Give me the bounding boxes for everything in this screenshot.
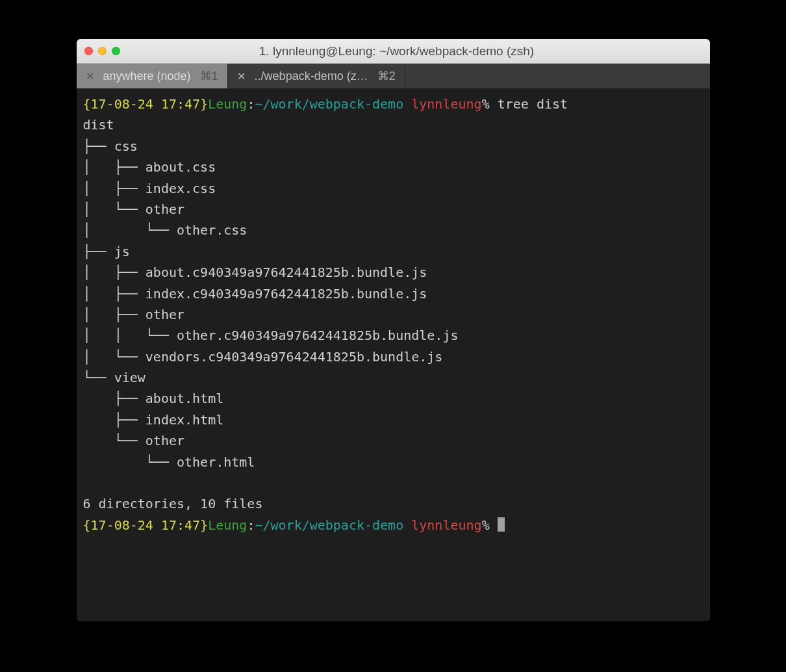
titlebar: 1. lynnleung@Leung: ~/work/webpack-demo … <box>77 39 710 64</box>
tree-line: dist <box>83 117 114 133</box>
tree-line: │ └── vendors.c940349a97642441825b.bundl… <box>83 349 443 365</box>
tab-anywhere[interactable]: ✕ anywhere (node) ⌘1 <box>77 64 228 88</box>
prompt-suffix: % <box>482 96 490 112</box>
terminal-window: 1. lynnleung@Leung: ~/work/webpack-demo … <box>77 39 710 621</box>
tree-line: ├── css <box>83 138 138 154</box>
tree-line: │ ├── index.c940349a97642441825b.bundle.… <box>83 286 427 302</box>
prompt-path: ~/work/webpack-demo <box>255 517 403 533</box>
tab-shortcut: ⌘2 <box>377 69 396 83</box>
tab-label: anywhere (node) <box>103 70 191 83</box>
prompt-timestamp: {17-08-24 17:47} <box>83 517 209 533</box>
prompt-host: Leung <box>208 96 247 112</box>
prompt-path: ~/work/webpack-demo <box>255 96 403 112</box>
close-icon[interactable]: ✕ <box>237 70 246 83</box>
tree-summary: 6 directories, 10 files <box>83 496 263 511</box>
tree-line: │ │ └── other.c940349a97642441825b.bundl… <box>83 328 459 343</box>
tab-label: ../webpack-demo (z… <box>255 70 368 83</box>
tree-line: ├── about.html <box>83 391 224 406</box>
cursor <box>498 517 505 532</box>
tabbar: ✕ anywhere (node) ⌘1 ✕ ../webpack-demo (… <box>77 64 710 88</box>
prompt-user: lynnleung <box>411 517 481 533</box>
prompt-suffix: % <box>482 517 490 533</box>
tree-line: │ ├── about.c940349a97642441825b.bundle.… <box>83 265 427 280</box>
tab-shortcut: ⌘1 <box>200 69 218 83</box>
tree-line: └── other.html <box>83 454 255 470</box>
tree-line: │ ├── other <box>83 307 185 322</box>
prompt-user: lynnleung <box>411 96 481 112</box>
tree-line: │ └── other.css <box>83 222 247 238</box>
tree-line: └── other <box>83 433 185 448</box>
prompt-host: Leung <box>208 517 247 533</box>
tree-line: │ ├── about.css <box>83 159 216 175</box>
tab-webpack-demo[interactable]: ✕ ../webpack-demo (z… ⌘2 <box>228 64 405 88</box>
tree-line: │ └── other <box>83 201 185 217</box>
tree-line: ├── index.html <box>83 412 224 428</box>
tree-line: ├── js <box>83 244 130 259</box>
close-icon[interactable]: ✕ <box>86 70 94 83</box>
tree-line: └── view <box>83 370 146 385</box>
terminal-content[interactable]: {17-08-24 17:47}Leung:~/work/webpack-dem… <box>77 88 710 621</box>
prompt-sep: : <box>247 517 255 533</box>
tree-line: │ ├── index.css <box>83 181 216 196</box>
window-title: 1. lynnleung@Leung: ~/work/webpack-demo … <box>92 44 702 58</box>
prompt-timestamp: {17-08-24 17:47} <box>83 96 209 112</box>
command-text: tree dist <box>498 96 568 112</box>
prompt-sep: : <box>247 96 255 112</box>
